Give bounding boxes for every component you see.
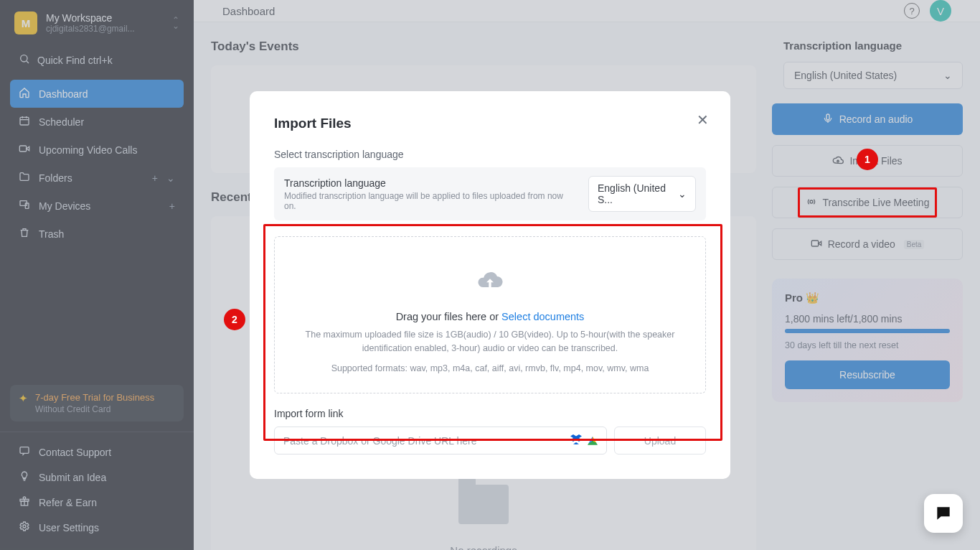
drop-note-1: The maximum uploaded file size is 1GB(au…: [288, 328, 692, 356]
modal-lang-title: Transcription language: [284, 177, 577, 189]
chevron-down-icon: ⌄: [678, 188, 687, 200]
gdrive-icon: [588, 437, 598, 445]
dropbox-icon: [570, 434, 582, 447]
import-link-label: Import form link: [274, 408, 706, 419]
select-documents-link[interactable]: Select documents: [501, 311, 584, 322]
modal-lang-note: Modified transcription language will be …: [284, 191, 577, 211]
drag-text: Drag your files here or Select documents: [288, 311, 692, 322]
modal-lang-select[interactable]: English (United S... ⌄: [588, 176, 696, 212]
upload-button[interactable]: Upload: [614, 427, 706, 455]
cloud-upload-icon: [288, 266, 692, 301]
modal-lang-row: Transcription language Modified transcri…: [274, 167, 706, 220]
drop-note-2: Supported formats: wav, mp3, m4a, caf, a…: [288, 362, 692, 376]
drop-area[interactable]: Drag your files here or Select documents…: [274, 236, 706, 393]
link-input[interactable]: [283, 435, 565, 447]
link-input-wrap: [274, 427, 607, 455]
modal-lang-value: English (United S...: [598, 182, 672, 205]
chat-fab[interactable]: [924, 494, 963, 533]
modal-subtitle: Select transcription language: [274, 149, 706, 160]
import-modal: Import Files ✕ Select transcription lang…: [250, 91, 730, 479]
close-icon[interactable]: ✕: [697, 111, 709, 129]
modal-title: Import Files: [274, 116, 706, 131]
